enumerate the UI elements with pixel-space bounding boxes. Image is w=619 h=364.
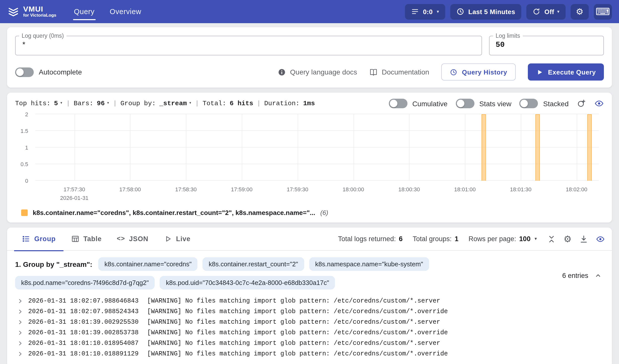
stacked-toggle[interactable]: Stacked xyxy=(520,99,569,108)
tab-json[interactable]: <> JSON xyxy=(109,227,156,250)
tab-group[interactable]: Group xyxy=(14,227,63,250)
play-icon xyxy=(536,68,543,76)
gear-icon: ⚙ xyxy=(576,7,584,16)
documentation-label: Documentation xyxy=(382,68,429,76)
tab-table[interactable]: Table xyxy=(63,227,109,250)
query-history-button[interactable]: Query History xyxy=(441,63,516,81)
collapse-group-chevron-up-icon[interactable] xyxy=(594,272,602,279)
download-logs-icon[interactable] xyxy=(579,234,588,243)
chart-bar[interactable] xyxy=(481,114,486,181)
duration-label: Duration: xyxy=(264,100,299,107)
stream-field-chip[interactable]: k8s.pod.name="coredns-7f496c8d7d-g7qg2" xyxy=(15,276,155,289)
group-title: 1. Group by "_stream": xyxy=(15,260,92,268)
top-hits-value: 5 xyxy=(54,100,58,107)
chart-visibility-eye-icon[interactable] xyxy=(594,99,604,108)
autorefresh-select[interactable]: Off ▾ xyxy=(544,8,560,15)
nav-tab-query[interactable]: Query xyxy=(66,0,102,23)
log-query-input[interactable]: * xyxy=(22,40,475,50)
x-tick-label: 18:00:30 xyxy=(398,186,420,192)
log-limits-input[interactable]: 50 xyxy=(496,40,597,50)
log-row[interactable]: 2026-01-31 18:01:39.002925530 [WARNING] … xyxy=(15,317,604,327)
v-gridline xyxy=(186,114,186,181)
v-gridline xyxy=(242,114,242,181)
documentation-link[interactable]: Documentation xyxy=(369,68,429,76)
y-tick-label: 1 xyxy=(25,144,28,151)
shortcuts-button[interactable]: ⌨ xyxy=(594,4,612,19)
chevron-down-icon: ▾ xyxy=(557,9,560,14)
bars-select[interactable]: 96▾ xyxy=(97,100,110,107)
refresh-button[interactable] xyxy=(532,8,540,16)
book-icon xyxy=(369,68,378,76)
stream-field-chip[interactable]: k8s.container.name="coredns" xyxy=(98,257,198,271)
live-play-icon xyxy=(163,235,172,243)
stats-view-toggle[interactable]: Stats view xyxy=(456,99,511,108)
graph-tips-icon[interactable] xyxy=(577,99,586,108)
group-by-select[interactable]: _stream▾ xyxy=(159,100,192,107)
log-query-field[interactable]: Log query (0ms) * xyxy=(15,33,482,55)
log-timestamp: 2026-01-31 18:02:07.988524343 xyxy=(28,308,139,315)
log-limits-label: Log limits xyxy=(493,33,523,39)
x-axis-labels: 17:57:302026-01-3117:58:0017:58:3017:59:… xyxy=(35,183,599,203)
expand-row-chevron-icon[interactable] xyxy=(17,319,23,325)
stream-field-chip[interactable]: k8s.pod.uid="70c34843-0c7c-4e2a-8000-e68… xyxy=(160,276,335,289)
v-gridline xyxy=(576,114,577,181)
time-range-button[interactable]: Last 5 Minutes xyxy=(450,4,521,19)
h-gridline xyxy=(35,147,599,148)
columns-visibility-eye-icon[interactable] xyxy=(596,234,605,243)
table-settings-gear-icon[interactable]: ⚙ xyxy=(564,234,572,243)
expand-row-chevron-icon[interactable] xyxy=(17,351,23,357)
query-inputs-row: Log query (0ms) * Log limits 50 xyxy=(15,33,604,55)
log-row[interactable]: 2026-01-31 18:01:10.018891129 [WARNING] … xyxy=(15,348,604,359)
log-row[interactable]: 2026-01-31 18:02:07.988646843 [WARNING] … xyxy=(15,296,604,306)
legend-label: k8s.container.name="coredns", k8s.contai… xyxy=(33,209,315,216)
log-row[interactable]: 2026-01-31 18:01:39.002853738 [WARNING] … xyxy=(15,327,604,338)
expand-row-chevron-icon[interactable] xyxy=(17,340,23,346)
rows-per-page-select[interactable]: Rows per page: 100 ▾ xyxy=(468,235,537,243)
v-gridline xyxy=(465,114,465,181)
log-row[interactable]: 2026-01-31 18:01:10.018954087 [WARNING] … xyxy=(15,338,604,348)
history-clock-icon xyxy=(450,68,457,76)
log-message: [WARNING] No files matching import glob … xyxy=(147,329,448,336)
v-gridline xyxy=(353,114,354,181)
log-timestamp: 2026-01-31 18:01:39.002853738 xyxy=(28,329,139,336)
chart-bar[interactable] xyxy=(535,114,540,181)
stream-field-chip[interactable]: k8s.container.restart_count="2" xyxy=(203,257,304,271)
top-hits-label: Top hits: xyxy=(15,100,50,107)
duration-value: 1ms xyxy=(303,100,315,107)
chart-bar[interactable] xyxy=(587,114,592,181)
expand-row-chevron-icon[interactable] xyxy=(17,308,23,314)
header-controls: 0:0 ▾ Last 5 Minutes Off ▾ ⚙ ⌨ xyxy=(405,0,612,23)
y-tick-label: 1.5 xyxy=(20,128,28,134)
tenant-list-icon xyxy=(411,8,419,16)
expand-row-chevron-icon[interactable] xyxy=(17,298,23,304)
clock-icon xyxy=(456,8,464,16)
log-row[interactable]: 2026-01-31 18:02:07.988524343 [WARNING] … xyxy=(15,306,604,317)
cumulative-toggle[interactable]: Cumulative xyxy=(389,99,448,108)
logo-title: VMUI xyxy=(23,5,56,13)
top-hits-select[interactable]: 5▾ xyxy=(54,100,62,107)
nav-tab-overview[interactable]: Overview xyxy=(102,0,149,23)
group-by-label: Group by: xyxy=(120,100,156,107)
app-logo[interactable]: VMUI for VictoriaLogs xyxy=(7,0,64,23)
log-message: [WARNING] No files matching import glob … xyxy=(147,350,448,357)
query-language-docs-link[interactable]: Query language docs xyxy=(278,68,357,76)
total-logs-value: 6 xyxy=(399,235,403,243)
tenant-button[interactable]: 0:0 ▾ xyxy=(405,4,445,19)
total-groups: Total groups: 1 xyxy=(413,235,459,243)
chevron-down-icon: ▾ xyxy=(535,237,537,241)
expand-row-chevron-icon[interactable] xyxy=(17,330,23,336)
autocomplete-toggle[interactable]: Autocomplete xyxy=(15,67,82,77)
param-separator: | xyxy=(66,100,70,107)
collapse-rows-icon[interactable] xyxy=(547,234,556,243)
execute-query-button[interactable]: Execute Query xyxy=(528,63,604,81)
group-title-prefix: 1. Group by xyxy=(15,260,56,268)
stream-field-chip[interactable]: k8s.namespace.name="kube-system" xyxy=(309,257,429,271)
total-logs-returned: Total logs returned: 6 xyxy=(338,235,403,243)
settings-button[interactable]: ⚙ xyxy=(571,4,589,19)
legend-count: (6) xyxy=(320,209,328,216)
tenant-value: 0:0 xyxy=(423,8,433,15)
tab-live[interactable]: Live xyxy=(156,227,198,250)
y-tick-label: 0.5 xyxy=(20,161,28,167)
log-limits-field[interactable]: Log limits 50 xyxy=(489,33,604,55)
chart-legend-item[interactable]: k8s.container.name="coredns", k8s.contai… xyxy=(15,209,604,216)
